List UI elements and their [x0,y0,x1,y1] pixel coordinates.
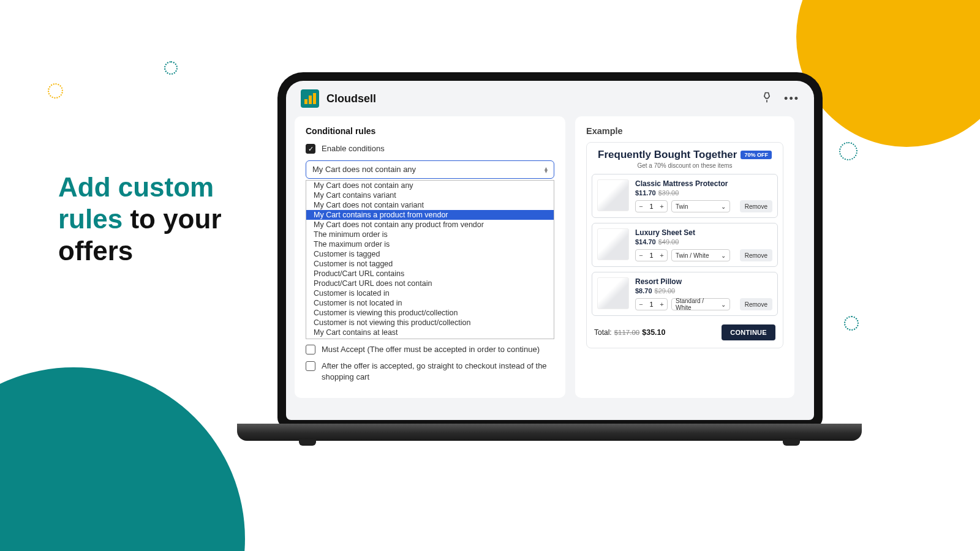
qty-value: 1 [646,250,657,261]
enable-conditions-label: Enable conditions [322,143,385,154]
decor-dot-circle [839,142,858,160]
total-new-price: $35.10 [642,328,665,337]
must-accept-label: Must Accept (The offer must be accepted … [322,344,540,355]
qty-plus-icon[interactable]: + [657,201,667,212]
chevron-down-icon: ⌄ [721,252,726,259]
condition-option[interactable]: Customer is viewing this product/collect… [306,308,554,318]
qty-minus-icon[interactable]: − [636,250,646,261]
example-card: Frequently Bought Together 70% OFF Get a… [586,142,783,348]
qty-minus-icon[interactable]: − [636,299,646,310]
decor-dot-circle [844,316,859,331]
product-thumb [597,228,629,260]
condition-option[interactable]: Customer is located in [306,288,554,298]
condition-option[interactable]: Customer is not tagged [306,259,554,269]
chevron-down-icon: ⌄ [721,203,726,210]
fbt-title: Frequently Bought Together [598,149,737,161]
variant-select[interactable]: Standard / White⌄ [671,298,730,310]
laptop-foot [783,440,800,446]
variant-select[interactable]: Twin⌄ [671,200,730,212]
condition-select-value: My Cart does not contain any [312,165,416,174]
product-name: Resort Pillow [635,277,772,286]
condition-option[interactable]: My Cart contains at least [306,328,554,337]
condition-option[interactable]: My Cart does not contain any product fro… [306,220,554,230]
condition-option[interactable]: My Cart contains a product from vendor [306,210,554,220]
product-price: $8.70 [635,287,652,294]
condition-option[interactable]: The minimum order is [306,230,554,239]
condition-option[interactable]: Customer is not located in [306,298,554,308]
product-row: Luxury Sheet Set$14.70$49.00−1+Twin / Wh… [592,223,778,267]
hero-text: Add custom rules to your offers [58,171,260,267]
decor-dot-circle [164,61,178,75]
example-panel: Example Frequently Bought Together 70% O… [575,116,794,398]
condition-option[interactable]: Customer is tagged [306,249,554,259]
total-label: Total: [594,328,612,337]
qty-value: 1 [646,201,657,212]
product-old-price: $49.00 [658,238,679,246]
decor-teal-blob [0,367,245,551]
variant-select[interactable]: Twin / White⌄ [671,249,730,261]
product-row: Classic Mattress Protector$11.70$39.00−1… [592,174,778,218]
app-screen: Cloudsell ••• Conditional rules ✓ Enable… [286,81,814,420]
laptop-frame: Cloudsell ••• Conditional rules ✓ Enable… [277,72,823,429]
decor-dot-circle [48,83,63,99]
continue-button[interactable]: CONTINUE [722,324,775,340]
qty-plus-icon[interactable]: + [657,250,667,261]
qty-minus-icon[interactable]: − [636,201,646,212]
quantity-stepper[interactable]: −1+ [635,249,668,261]
laptop-foot [299,440,316,446]
condition-option[interactable]: My Cart does not contain any [306,181,554,190]
product-old-price: $29.00 [655,287,676,294]
checkout-redirect-checkbox[interactable] [306,361,315,371]
qty-value: 1 [646,299,657,310]
product-old-price: $39.00 [658,189,679,197]
condition-option[interactable]: Product/Cart URL contains [306,269,554,279]
fbt-subtitle: Get a 70% discount on these items [592,162,778,169]
app-logo-icon [301,89,319,108]
remove-button[interactable]: Remove [740,200,772,212]
product-name: Classic Mattress Protector [635,179,772,188]
variant-value: Twin / White [676,252,709,259]
variant-value: Standard / White [676,298,721,311]
more-icon[interactable]: ••• [784,92,799,105]
laptop-base [237,424,862,441]
condition-option[interactable]: Customer is not viewing this product/col… [306,318,554,328]
panel-title: Conditional rules [306,126,554,136]
qty-plus-icon[interactable]: + [657,299,667,310]
product-price: $11.70 [635,189,656,197]
topbar: Cloudsell ••• [286,81,814,116]
total-old-price: $117.00 [614,329,640,336]
checkout-redirect-label: After the offer is accepted, go straight… [322,361,554,382]
product-thumb [597,179,629,211]
remove-button[interactable]: Remove [740,249,772,261]
quantity-stepper[interactable]: −1+ [635,200,668,212]
product-name: Luxury Sheet Set [635,228,772,237]
quantity-stepper[interactable]: −1+ [635,298,668,310]
example-header: Example [586,126,783,136]
condition-option[interactable]: My Cart contains variant [306,190,554,200]
product-thumb [597,277,629,309]
product-price: $14.70 [635,238,656,246]
condition-option[interactable]: Product/Cart URL does not contain [306,279,554,288]
select-arrows-icon: ▴▾ [545,167,548,173]
condition-dropdown[interactable]: My Cart does not contain anyMy Cart cont… [306,180,554,339]
enable-conditions-checkbox[interactable]: ✓ [306,144,315,154]
chevron-down-icon: ⌄ [721,301,726,308]
remove-button[interactable]: Remove [740,298,772,310]
discount-badge: 70% OFF [741,151,772,159]
condition-select[interactable]: My Cart does not contain any ▴▾ [306,160,554,179]
conditional-rules-panel: Conditional rules ✓ Enable conditions My… [295,116,565,398]
product-row: Resort Pillow$8.70$29.00−1+Standard / Wh… [592,272,778,316]
condition-option[interactable]: My Cart does not contain variant [306,200,554,210]
decor-yellow-blob [796,0,980,147]
must-accept-checkbox[interactable] [306,345,315,354]
condition-option[interactable]: The maximum order is [306,239,554,249]
variant-value: Twin [676,203,688,210]
condition-option[interactable]: My Cart contains exactly [306,337,554,339]
pin-icon[interactable] [761,91,773,106]
app-name: Cloudsell [326,92,376,105]
